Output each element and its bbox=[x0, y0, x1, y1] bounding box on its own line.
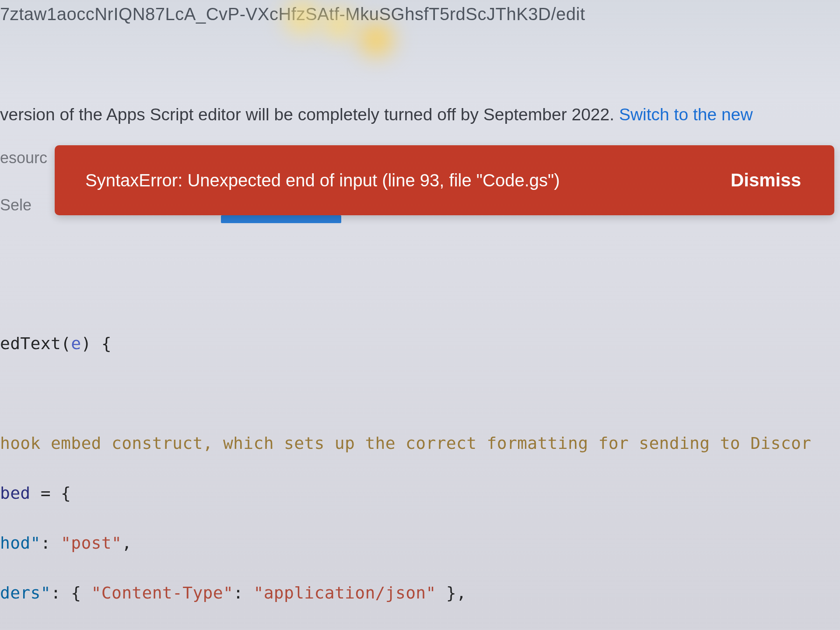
code-token: "post" bbox=[61, 533, 122, 553]
code-line: edText(e) { bbox=[0, 331, 840, 356]
code-token bbox=[0, 384, 10, 403]
error-message: SyntaxError: Unexpected end of input (li… bbox=[85, 171, 560, 190]
code-line: ders": { "Content-Type": "application/js… bbox=[0, 581, 840, 606]
menu-fragment-resources: esourc bbox=[0, 149, 47, 167]
code-token: = { bbox=[31, 483, 71, 503]
address-bar-fragment: 7ztaw1aoccNrIQN87LcA_CvP-VXcHfzSAtf-MkuS… bbox=[0, 4, 585, 24]
code-token: ) { bbox=[81, 334, 112, 353]
dismiss-button[interactable]: Dismiss bbox=[718, 162, 813, 199]
code-token: bed bbox=[0, 483, 31, 503]
code-token: : bbox=[41, 533, 61, 553]
code-line: hod": "post", bbox=[0, 531, 840, 556]
code-token: , bbox=[122, 533, 132, 553]
code-token: : { bbox=[51, 583, 91, 602]
deprecation-banner: version of the Apps Script editor will b… bbox=[0, 105, 753, 124]
switch-editor-link[interactable]: Switch to the new bbox=[619, 105, 753, 124]
code-token: edText( bbox=[0, 334, 71, 353]
code-token: : bbox=[233, 583, 253, 602]
banner-text: version of the Apps Script editor will b… bbox=[0, 105, 619, 124]
code-token: "application/json" bbox=[253, 583, 436, 602]
function-selector-underline bbox=[221, 215, 341, 223]
code-token: "Content-Type" bbox=[91, 583, 234, 602]
error-toast: SyntaxError: Unexpected end of input (li… bbox=[55, 145, 834, 215]
code-line: bed = { bbox=[0, 481, 840, 506]
code-token: }, bbox=[436, 583, 467, 602]
code-token: ders" bbox=[0, 583, 51, 602]
code-comment: hook embed construct, which sets up the … bbox=[0, 434, 811, 453]
code-token: e bbox=[71, 334, 81, 353]
code-line bbox=[0, 381, 840, 406]
code-editor[interactable]: edText(e) { hook embed construct, which … bbox=[0, 306, 840, 630]
code-line: hook embed construct, which sets up the … bbox=[0, 431, 840, 456]
menu-fragment-select: Sele bbox=[0, 196, 32, 214]
code-token: hod" bbox=[0, 533, 41, 553]
